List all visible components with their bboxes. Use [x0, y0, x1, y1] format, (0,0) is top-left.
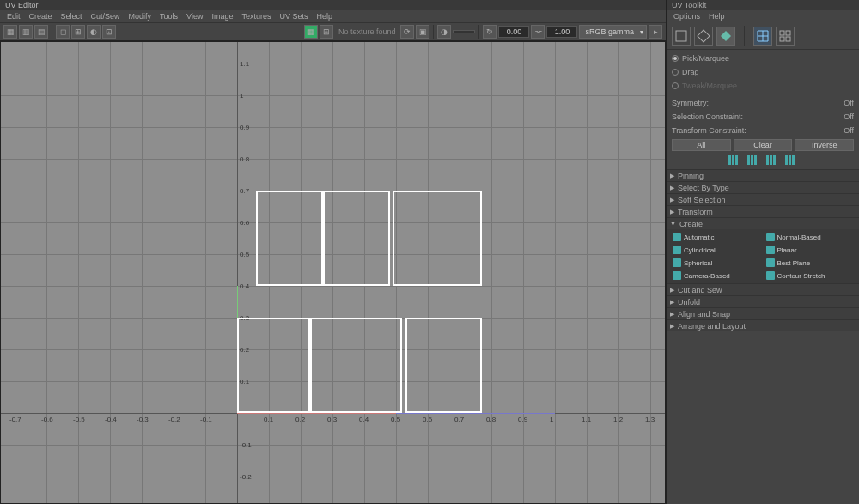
- uv-shell[interactable]: [310, 318, 402, 413]
- create-bestplane-button[interactable]: Best Plane: [764, 257, 856, 269]
- create-contour-button[interactable]: Contour Stretch: [764, 270, 856, 282]
- create-spherical-button[interactable]: Spherical: [670, 257, 763, 269]
- cylindrical-icon: [673, 246, 681, 254]
- menu-select[interactable]: Select: [58, 12, 86, 21]
- exposure-slider[interactable]: [453, 30, 475, 33]
- close-panel-icon[interactable]: ▸: [649, 25, 662, 39]
- section-align-snap[interactable]: ▶Align and Snap: [667, 307, 859, 319]
- section-label: Arrange and Layout: [678, 322, 746, 331]
- chevron-down-icon: ▼: [670, 221, 676, 227]
- menu-cutsew[interactable]: Cut/Sew: [88, 12, 124, 21]
- grid-toggle-icon[interactable]: ▥: [19, 25, 33, 39]
- section-cut-sew[interactable]: ▶Cut and Sew: [667, 283, 859, 295]
- sel-constraint-value[interactable]: Off: [844, 112, 854, 121]
- grid-tool-icon[interactable]: [776, 27, 795, 46]
- convert-shell-icon[interactable]: [766, 155, 778, 165]
- section-label: Create: [679, 220, 703, 228]
- scale-field[interactable]: 1.00: [546, 26, 577, 38]
- svg-rect-5: [780, 37, 784, 41]
- section-arrange[interactable]: ▶Arrange and Layout: [667, 319, 859, 331]
- section-select-by-type[interactable]: ▶Select By Type: [667, 181, 859, 193]
- menu-tools[interactable]: Tools: [156, 12, 181, 21]
- menu-textures[interactable]: Textures: [238, 12, 274, 21]
- rotation-field[interactable]: 0.00: [498, 26, 529, 38]
- mode-tweak-row: Tweak/Marquee: [672, 79, 854, 93]
- xform-constraint-label: Transform Constraint:: [672, 126, 746, 135]
- menu-view[interactable]: View: [183, 12, 206, 21]
- create-planar-button[interactable]: Planar: [764, 244, 856, 256]
- exposure-icon[interactable]: ◑: [437, 25, 451, 39]
- chevron-right-icon: ▶: [670, 197, 674, 203]
- svg-rect-4: [786, 31, 790, 35]
- shaded-icon[interactable]: ⊞: [71, 25, 85, 39]
- btn-label: Cylindrical: [684, 246, 716, 254]
- pixel-snap-icon[interactable]: ▤: [34, 25, 48, 39]
- section-label: Transform: [678, 208, 713, 216]
- btn-label: Best Plane: [777, 259, 811, 267]
- section-create[interactable]: ▼Create: [667, 217, 859, 229]
- section-unfold[interactable]: ▶Unfold: [667, 295, 859, 307]
- no-texture-label: No texture found: [335, 27, 399, 36]
- create-camera-button[interactable]: Camera-Based: [670, 270, 763, 282]
- menu-modify[interactable]: Modify: [125, 12, 155, 21]
- normal-icon: [766, 233, 775, 241]
- section-pinning[interactable]: ▶Pinning: [667, 169, 859, 181]
- svg-rect-0: [676, 31, 686, 41]
- link-icon[interactable]: ⫘: [531, 25, 545, 39]
- select-all-button[interactable]: All: [672, 139, 731, 151]
- uv-shell[interactable]: [323, 191, 390, 286]
- toolkit-component-row: [667, 22, 859, 50]
- svg-marker-2: [721, 31, 731, 41]
- uv-editor-toolbar: ▦ ▥ ▤ ◻ ⊞ ◐ ⊡ ▦ ⊞ No texture found ⟳ ▣ ◑…: [0, 22, 666, 41]
- uv-face-icon[interactable]: [716, 27, 735, 46]
- xform-constraint-value[interactable]: Off: [844, 126, 854, 135]
- display-mode-icon[interactable]: ⊞: [320, 25, 333, 39]
- refresh-icon[interactable]: ↻: [483, 25, 497, 39]
- menu-uvsets[interactable]: UV Sets: [276, 12, 311, 21]
- uv-shell[interactable]: [237, 318, 310, 413]
- chevron-right-icon: ▶: [670, 173, 674, 179]
- create-normal-button[interactable]: Normal-Based: [764, 231, 856, 243]
- menu-image[interactable]: Image: [208, 12, 236, 21]
- create-cylindrical-button[interactable]: Cylindrical: [670, 244, 763, 256]
- snapshot-icon[interactable]: ▦: [3, 25, 17, 39]
- lattice-tool-icon[interactable]: [753, 27, 772, 46]
- menu-help[interactable]: Help: [314, 12, 337, 21]
- uv-shell[interactable]: [393, 191, 482, 286]
- menu-create[interactable]: Create: [26, 12, 56, 21]
- toolkit-menu-help[interactable]: Help: [705, 12, 728, 21]
- btn-label: Normal-Based: [777, 234, 821, 241]
- chevron-right-icon: ▶: [670, 287, 674, 294]
- uv-vertex-icon[interactable]: [694, 27, 713, 46]
- uv-shell[interactable]: [256, 191, 323, 286]
- reload-icon[interactable]: ⟳: [400, 25, 414, 39]
- uv-editor-titlebar: UV Editor: [0, 0, 666, 10]
- settings-icon[interactable]: ⊡: [102, 25, 116, 39]
- select-inverse-button[interactable]: Inverse: [795, 139, 854, 151]
- uv-shell-icon[interactable]: [672, 27, 691, 46]
- colorspace-dropdown[interactable]: sRGB gamma: [579, 25, 647, 39]
- symmetry-value[interactable]: Off: [844, 99, 854, 107]
- section-transform[interactable]: ▶Transform: [667, 205, 859, 217]
- checker-icon[interactable]: ▦: [304, 25, 318, 39]
- select-clear-button[interactable]: Clear: [734, 139, 793, 151]
- uv-shell[interactable]: [405, 318, 482, 413]
- create-automatic-button[interactable]: Automatic: [670, 231, 763, 243]
- mode-drag-row[interactable]: Drag: [672, 65, 854, 79]
- section-label: Select By Type: [678, 184, 729, 192]
- mode-pick-row[interactable]: Pick/Marquee: [672, 52, 854, 65]
- chevron-right-icon: ▶: [670, 311, 674, 318]
- section-soft-selection[interactable]: ▶Soft Selection: [667, 193, 859, 205]
- bake-icon[interactable]: ▣: [416, 25, 430, 39]
- toolkit-menu-options[interactable]: Options: [670, 12, 704, 21]
- section-label: Align and Snap: [678, 310, 730, 319]
- isolate-icon[interactable]: ◻: [56, 25, 70, 39]
- section-label: Soft Selection: [678, 196, 726, 204]
- uv-viewport[interactable]: -0.7-0.6-0.5-0.4-0.3-0.2-0.10.10.20.30.4…: [0, 41, 666, 504]
- menu-edit[interactable]: Edit: [3, 12, 24, 21]
- convert-grow-icon[interactable]: [747, 155, 759, 165]
- dim-icon[interactable]: ◐: [87, 25, 101, 39]
- convert-border-icon[interactable]: [785, 155, 797, 165]
- svg-rect-6: [786, 37, 790, 41]
- convert-shrink-icon[interactable]: [728, 155, 740, 165]
